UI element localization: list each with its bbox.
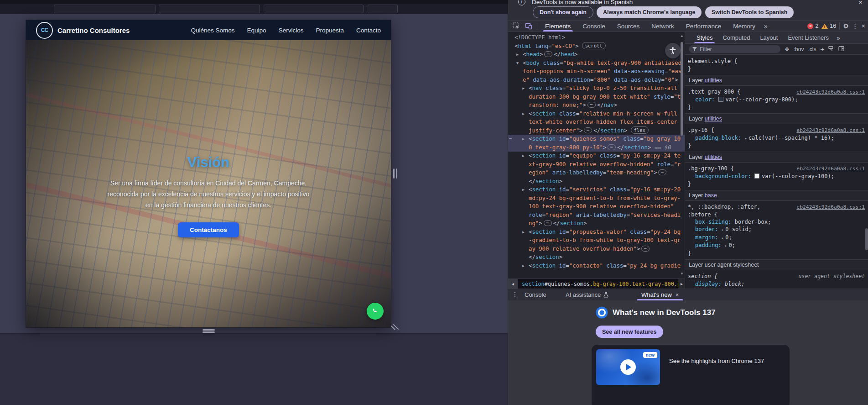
infobar-button-always-match-chrome-s-language[interactable]: Always match Chrome's language	[597, 6, 702, 18]
scrollbar-thumb[interactable]	[681, 42, 683, 136]
infobar-button-don-t-show-again[interactable]: Don't show again	[533, 6, 593, 18]
dom-line[interactable]: ▶<nav class="sticky top-0 z-50 transitio…	[508, 84, 685, 93]
dom-line[interactable]: -gradient-to-b from-white to-gray-100 te…	[508, 236, 685, 245]
tab-console[interactable]: Console	[577, 21, 611, 32]
dom-line[interactable]: </section>	[508, 177, 685, 186]
contact-button[interactable]: Contáctanos	[178, 222, 239, 237]
css-selector[interactable]: element.style {	[685, 58, 868, 65]
drawer-tab-close-icon[interactable]: ×	[676, 291, 679, 298]
layer-link[interactable]: utilities	[705, 77, 722, 84]
css-property[interactable]: margin: ▸0;	[685, 234, 868, 242]
more-tabs-icon[interactable]: »	[761, 22, 770, 30]
browser-tab[interactable]	[54, 5, 156, 13]
css-property[interactable]: border: ▸0 solid;	[685, 226, 868, 234]
device-toolbar-icon[interactable]	[525, 22, 533, 30]
whatsapp-button[interactable]	[367, 303, 384, 320]
css-selector[interactable]: .py-16 {eb24243c92d6a0a8.css:1	[685, 126, 868, 134]
sidebar-more-tabs-icon[interactable]: »	[834, 34, 843, 42]
devtools-close-icon[interactable]: ×	[862, 22, 865, 30]
css-property[interactable]: display: block;	[685, 280, 868, 288]
site-nav-link-qui-nes-somos[interactable]: Quiénes Somos	[191, 27, 235, 34]
collapsed-content-icon[interactable]: ⋯	[587, 102, 596, 108]
css-selector[interactable]: .bg-gray-100 {eb24243c92d6a0a8.css:1	[685, 165, 868, 173]
stylesheet-link[interactable]: eb24243c92d6a0a8.css:1	[796, 126, 865, 134]
expanded-arrow-icon[interactable]: ▼	[516, 59, 523, 68]
expand-value-icon[interactable]: ▸	[744, 136, 747, 141]
collapsed-content-icon[interactable]: ⋯	[641, 246, 650, 252]
dom-line[interactable]: font-poppins min-h-screen" data-aos-easi…	[508, 67, 685, 76]
dom-line[interactable]: ▶<section id="contacto" class="py-24 bg-…	[508, 262, 685, 270]
stylesheet-link[interactable]: eb24243c92d6a0a8.css:1	[796, 88, 865, 96]
toggle-classes[interactable]: .cls	[808, 46, 816, 53]
expand-value-icon[interactable]: ▸	[725, 243, 727, 248]
settings-gear-icon[interactable]: ⚙	[843, 22, 849, 30]
drawer-kebab-icon[interactable]: ⋮	[512, 291, 518, 298]
css-property[interactable]: padding-block: ▸calc(var(--spacing) * 16…	[685, 134, 868, 142]
dom-line[interactable]: justify-center">⋯</section>flex	[508, 126, 685, 135]
drawer-tab-console[interactable]: Console	[525, 289, 546, 300]
dom-line[interactable]: md:py-24 bg-gradient-to-b from-white to-…	[508, 194, 685, 203]
styles-filter-input[interactable]: Filter	[689, 45, 780, 53]
dom-line[interactable]: 0 text-gray-800 py-16">⋯</section> == $0	[508, 143, 685, 152]
collapsed-arrow-icon[interactable]: ▶	[522, 185, 529, 194]
css-selector[interactable]: .text-gray-800 {eb24243c92d6a0a8.css:1	[685, 88, 868, 96]
breadcrumb-right-icon[interactable]: ▸	[679, 279, 685, 289]
play-button-icon[interactable]	[620, 359, 636, 375]
dom-line[interactable]: ▶<section id="propuesta-valor" class="py…	[508, 228, 685, 237]
site-nav-link-servicios[interactable]: Servicios	[279, 27, 304, 34]
drawer-tab-what-s-new[interactable]: What's new×	[641, 289, 679, 300]
collapsed-arrow-icon[interactable]: ▶	[522, 135, 529, 143]
viewport-resize-handle-right[interactable]	[396, 168, 397, 179]
breadcrumb-left-icon[interactable]: ◂	[508, 279, 518, 289]
dom-line[interactable]: ng">⋯</section>	[508, 219, 685, 228]
dom-badge-flex[interactable]: flex	[631, 126, 649, 134]
viewport-resize-handle-bottom[interactable]	[203, 329, 215, 331]
collapsed-arrow-icon[interactable]: ▶	[516, 50, 523, 59]
collapsed-arrow-icon[interactable]: ▶	[522, 84, 529, 93]
collapsed-arrow-icon[interactable]: ▶	[522, 228, 529, 237]
dom-line[interactable]: <!DOCTYPE html>	[508, 33, 685, 42]
collapsed-content-icon[interactable]: ⋯	[608, 144, 616, 150]
warning-counter[interactable]: ! 16	[821, 23, 836, 29]
dom-line[interactable]: ▶<section id="equipo" class="py-16 sm:py…	[508, 152, 685, 160]
new-style-rule-icon[interactable]: +	[820, 45, 824, 53]
site-nav-link-contacto[interactable]: Contacto	[356, 27, 381, 34]
dom-line[interactable]: text-white overflow-hidden flex items-ce…	[508, 118, 685, 126]
viewport-resize-handle-bottom[interactable]	[203, 331, 215, 333]
sidebar-panel-icon[interactable]	[838, 46, 844, 53]
breadcrumb[interactable]: section#quienes-somos.bg-gray-100.text-g…	[518, 279, 678, 289]
browser-tab[interactable]	[159, 5, 260, 13]
css-selector[interactable]: :before {	[685, 211, 868, 218]
dom-line[interactable]: ay-900 relative overflow-hidden">⋯	[508, 245, 685, 253]
layer-link[interactable]: utilities	[705, 154, 722, 160]
expand-value-icon[interactable]: ▸	[722, 236, 724, 240]
dom-line[interactable]: duration-300 bg-gray-900 text-white" sty…	[508, 93, 685, 101]
layer-link[interactable]: utilities	[705, 116, 722, 122]
tab-sources[interactable]: Sources	[611, 21, 646, 32]
rendering-emulation-icon[interactable]	[828, 46, 834, 53]
dom-badge-scroll[interactable]: scroll	[582, 42, 606, 49]
video-thumbnail[interactable]: new	[596, 349, 660, 385]
dom-line[interactable]: role="region" aria-labelledby="services-…	[508, 211, 685, 220]
site-brand[interactable]: Carretino Consultores	[57, 26, 130, 34]
viewport-resize-handle-right[interactable]	[393, 168, 395, 179]
dom-line[interactable]: egion" aria-labelledby="team-heading">⋯	[508, 168, 685, 177]
dom-line[interactable]: ▶<section class="relative min-h-screen w…	[508, 110, 685, 118]
sidebar-tab-computed[interactable]: Computed	[717, 32, 755, 43]
dom-line[interactable]: xt-gray-900 relative overflow-hidden" ro…	[508, 160, 685, 169]
css-property[interactable]: color: var(--color-gray-800);	[685, 96, 868, 104]
color-swatch[interactable]	[754, 174, 759, 179]
stylesheet-link[interactable]: eb24243c92d6a0a8.css:1	[796, 203, 865, 211]
dom-line[interactable]: </section>	[508, 253, 685, 262]
collapsed-arrow-icon[interactable]: ▶	[522, 262, 529, 270]
toggle-hover-state[interactable]: :hov	[794, 46, 804, 53]
sidebar-tab-styles[interactable]: Styles	[691, 32, 717, 43]
collapsed-arrow-icon[interactable]: ▶	[522, 152, 529, 160]
expand-value-icon[interactable]: ▸	[722, 227, 724, 232]
collapsed-content-icon[interactable]: ⋯	[584, 127, 592, 133]
sidebar-tab-layout[interactable]: Layout	[755, 32, 783, 43]
dom-line[interactable]: ▶<head>⋯</head>	[508, 50, 685, 59]
tab-elements[interactable]: Elements	[539, 21, 577, 32]
css-selector[interactable]: *, ::backdrop, :after,eb24243c92d6a0a8.c…	[685, 203, 868, 211]
styles-scrollbar-thumb[interactable]	[865, 228, 868, 250]
